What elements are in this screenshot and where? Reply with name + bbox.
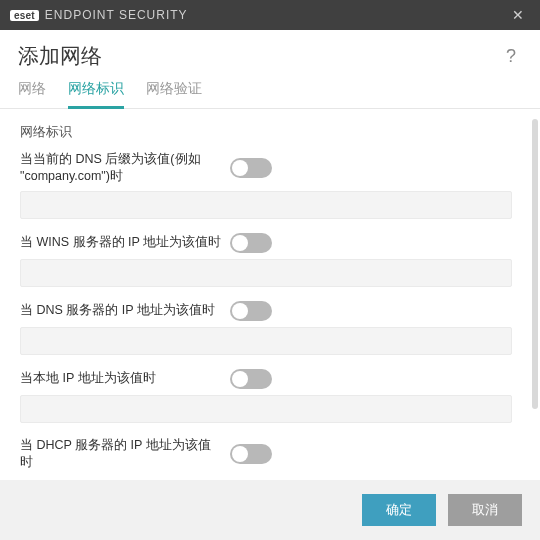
row-local-ip: 当本地 IP 地址为该值时 <box>20 369 512 389</box>
label-dns-ip: 当 DNS 服务器的 IP 地址为该值时 <box>20 302 230 319</box>
input-wins-ip[interactable] <box>20 259 512 287</box>
toggle-local-ip[interactable] <box>230 369 272 389</box>
titlebar: eset ENDPOINT SECURITY ✕ <box>0 0 540 30</box>
tab-network-auth[interactable]: 网络验证 <box>146 76 202 108</box>
section-title: 网络标识 <box>20 123 512 141</box>
tab-bar: 网络 网络标识 网络验证 <box>0 76 540 109</box>
label-dns-suffix: 当当前的 DNS 后缀为该值(例如 "company.com")时 <box>20 151 230 185</box>
scrollbar[interactable] <box>532 119 538 409</box>
label-local-ip: 当本地 IP 地址为该值时 <box>20 370 230 387</box>
close-icon[interactable]: ✕ <box>506 5 530 25</box>
toggle-dns-ip[interactable] <box>230 301 272 321</box>
input-dns-suffix[interactable] <box>20 191 512 219</box>
toggle-dns-suffix[interactable] <box>230 158 272 178</box>
row-dhcp-ip: 当 DHCP 服务器的 IP 地址为该值时 <box>20 437 512 469</box>
tab-network[interactable]: 网络 <box>18 76 46 108</box>
dialog-header: 添加网络 ? <box>0 30 540 76</box>
tab-network-id[interactable]: 网络标识 <box>68 76 124 109</box>
row-dns-suffix: 当当前的 DNS 后缀为该值(例如 "company.com")时 <box>20 151 512 185</box>
cancel-button[interactable]: 取消 <box>448 494 522 526</box>
brand-badge: eset <box>10 10 39 21</box>
toggle-wins-ip[interactable] <box>230 233 272 253</box>
row-dns-ip: 当 DNS 服务器的 IP 地址为该值时 <box>20 301 512 321</box>
input-dns-ip[interactable] <box>20 327 512 355</box>
label-wins-ip: 当 WINS 服务器的 IP 地址为该值时 <box>20 234 230 251</box>
label-dhcp-ip: 当 DHCP 服务器的 IP 地址为该值时 <box>20 437 230 469</box>
product-title: ENDPOINT SECURITY <box>45 8 188 22</box>
content-panel: 网络标识 当当前的 DNS 后缀为该值(例如 "company.com")时 当… <box>14 109 528 469</box>
input-local-ip[interactable] <box>20 395 512 423</box>
dialog-footer: 确定 取消 <box>0 480 540 540</box>
row-wins-ip: 当 WINS 服务器的 IP 地址为该值时 <box>20 233 512 253</box>
page-title: 添加网络 <box>18 42 500 70</box>
help-icon[interactable]: ? <box>500 44 522 69</box>
ok-button[interactable]: 确定 <box>362 494 436 526</box>
toggle-dhcp-ip[interactable] <box>230 444 272 464</box>
